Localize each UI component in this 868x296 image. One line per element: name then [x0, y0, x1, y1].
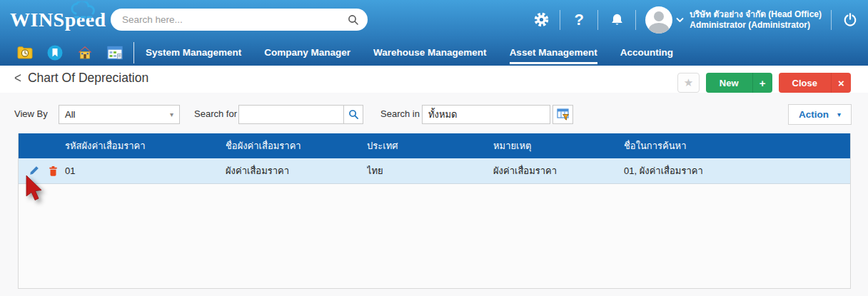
top-banner: WINSpeed	[0, 0, 868, 66]
tab-asset-management[interactable]: Asset Management	[510, 39, 597, 66]
divider	[831, 10, 832, 30]
search-for-field	[238, 105, 363, 124]
tab-accounting[interactable]: Accounting	[620, 39, 673, 66]
view-by-label: View By	[14, 108, 48, 119]
field-search-icon[interactable]	[343, 106, 363, 123]
content-area: View By All ▾ Search for Search in	[0, 93, 868, 296]
nav-tabs: System Management Company Manager Wareho…	[146, 39, 673, 66]
main-nav: System Management Company Manager Wareho…	[0, 39, 868, 66]
user-info[interactable]: บริษัท ตัวอย่าง จำกัด (Head Office) Admi…	[690, 9, 822, 31]
delete-trash-icon[interactable]	[47, 165, 59, 177]
view-by-value: All	[65, 109, 75, 120]
column-filter-button[interactable]	[552, 105, 573, 124]
help-icon[interactable]: ?	[570, 12, 588, 28]
caret-down-icon: ▾	[170, 111, 173, 118]
plus-icon[interactable]: +	[753, 73, 772, 93]
back-chevron-icon[interactable]: <	[14, 70, 21, 86]
row-country: ไทย	[367, 163, 493, 178]
search-in-input[interactable]	[423, 106, 550, 123]
action-button[interactable]: Action ▾	[788, 104, 852, 125]
search-for-label: Search for	[194, 108, 237, 119]
grid-header-search-name[interactable]: ชื่อในการค้นหา	[624, 138, 850, 153]
tab-company-manager[interactable]: Company Manager	[264, 39, 350, 66]
app-window: WINSpeed	[0, 0, 868, 296]
avatar[interactable]	[645, 6, 672, 34]
banner-row: WINSpeed	[0, 0, 868, 39]
grid-header-name[interactable]: ชื่อผังค่าเสื่อมราคา	[226, 138, 367, 153]
global-search-input[interactable]	[122, 14, 348, 25]
tab-system-management[interactable]: System Management	[146, 39, 241, 66]
close-button-label: Close	[779, 73, 831, 93]
row-remark: ผังค่าเสื่อมราคา	[493, 163, 624, 178]
notifications-bell-icon[interactable]	[607, 12, 626, 27]
star-icon: ★	[684, 76, 693, 89]
logout-power-icon[interactable]	[841, 12, 859, 28]
calendar-icon[interactable]	[107, 45, 123, 61]
action-button-label: Action	[799, 109, 829, 120]
row-search-name: 01, ผังค่าเสื่อมราคา	[624, 163, 850, 178]
grid-header-remark[interactable]: หมายเหตุ	[493, 138, 624, 153]
grid-header-code[interactable]: รหัสผังค่าเสื่อมราคา	[65, 138, 226, 153]
user-role: Administrator (Administrator)	[690, 20, 822, 31]
divider	[635, 10, 636, 30]
new-button[interactable]: New +	[706, 73, 772, 93]
table-filter-icon	[557, 108, 570, 121]
search-for-input[interactable]	[239, 106, 343, 123]
quick-icons	[0, 45, 123, 61]
search-in-field	[422, 105, 550, 124]
close-x-icon[interactable]: ×	[832, 73, 851, 93]
home-icon[interactable]	[77, 45, 93, 61]
mouse-cursor	[26, 175, 44, 204]
chevron-down-icon[interactable]	[676, 17, 684, 23]
bookmark-icon[interactable]	[47, 45, 63, 61]
settings-gear-icon[interactable]	[532, 11, 550, 28]
view-by-select[interactable]: All ▾	[59, 105, 180, 124]
user-company: บริษัท ตัวอย่าง จำกัด (Head Office)	[690, 9, 822, 20]
global-search	[111, 9, 368, 31]
nav-divider	[133, 42, 134, 63]
search-in-label: Search in	[380, 108, 420, 119]
grid-header-row: รหัสผังค่าเสื่อมราคา ชื่อผังค่าเสื่อมราค…	[19, 133, 850, 158]
close-button[interactable]: Close ×	[779, 73, 851, 93]
cloud-icon	[69, 1, 100, 21]
divider	[560, 10, 560, 30]
title-bar: < Chart Of Depreciation ★ New + Close ×	[0, 66, 868, 93]
table-row[interactable]: 01 ผังค่าเสื่อมราคา ไทย ผังค่าเสื่อมราคา…	[19, 158, 850, 184]
tab-warehouse-management[interactable]: Warehouse Management	[373, 39, 487, 66]
banner-right-cluster: ? บริษัท ตัวอย่าง จำกัด (Head Office)	[532, 0, 868, 39]
page-title: Chart Of Depreciation	[28, 71, 148, 86]
divider	[597, 10, 598, 30]
search-icon[interactable]	[348, 14, 359, 26]
favorite-star-button[interactable]: ★	[677, 73, 700, 93]
row-code: 01	[65, 165, 226, 176]
title-buttons: ★ New + Close ×	[677, 73, 851, 93]
new-button-label: New	[706, 73, 752, 93]
row-name: ผังค่าเสื่อมราคา	[226, 163, 367, 178]
data-grid: รหัสผังค่าเสื่อมราคา ชื่อผังค่าเสื่อมราค…	[18, 133, 851, 289]
recent-folder-icon[interactable]	[17, 45, 33, 61]
caret-down-icon: ▾	[837, 111, 841, 118]
grid-header-country[interactable]: ประเทศ	[367, 138, 493, 153]
